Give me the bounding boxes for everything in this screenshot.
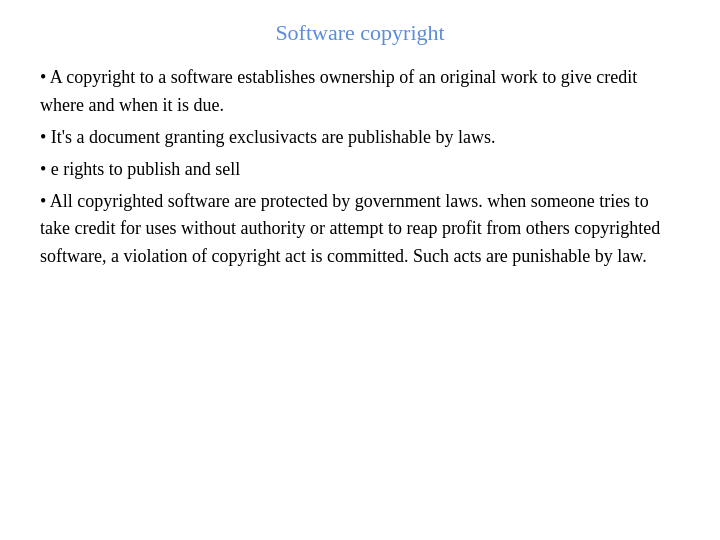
bullet-item-4: • All copyrighted software are protected… xyxy=(40,188,680,272)
content-area: • A copyright to a software establishes … xyxy=(40,64,680,275)
page-title: Software copyright xyxy=(40,20,680,46)
bullet-item-3: • e rights to publish and sell xyxy=(40,156,680,184)
page-container: Software copyright • A copyright to a so… xyxy=(0,0,720,540)
bullet-item-2: • It's a document granting exclusivacts … xyxy=(40,124,680,152)
bullet-item-1: • A copyright to a software establishes … xyxy=(40,64,680,120)
